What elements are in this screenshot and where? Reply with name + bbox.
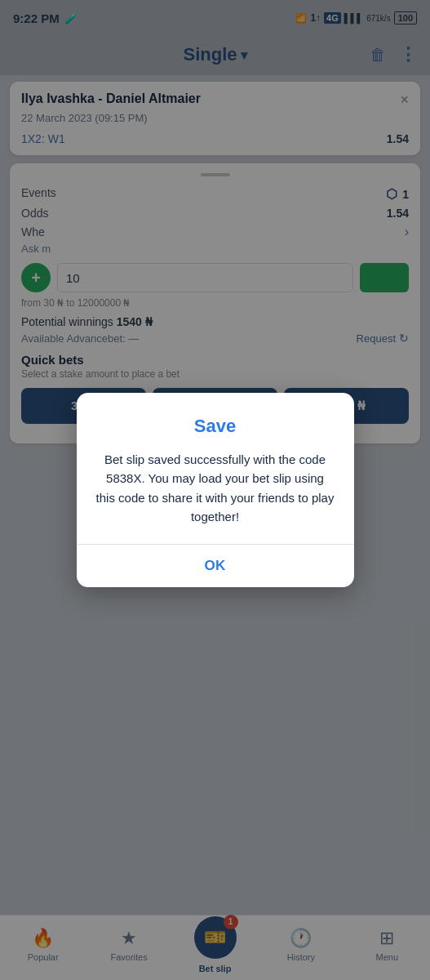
modal-overlay: Save Bet slip saved successfully with th… [0, 0, 430, 980]
modal-ok-button[interactable]: OK [77, 545, 354, 587]
modal-message: Bet slip saved successfully with the cod… [96, 450, 335, 526]
save-modal: Save Bet slip saved successfully with th… [77, 393, 354, 587]
modal-title: Save [96, 416, 335, 437]
modal-content: Save Bet slip saved successfully with th… [77, 393, 354, 526]
